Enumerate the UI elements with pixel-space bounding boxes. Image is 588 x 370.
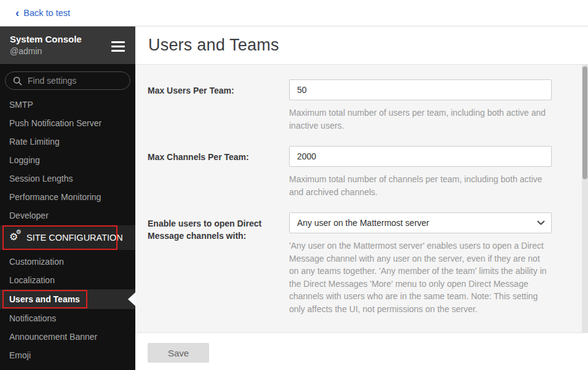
sidebar-item-label: Users and Teams (9, 294, 80, 304)
form-row-max-channels: Max Channels Per Team: Maximum total num… (148, 146, 552, 198)
sidebar-item-session-lengths[interactable]: Session Lengths (0, 169, 135, 188)
hamburger-menu-icon[interactable] (111, 41, 125, 52)
max-channels-label: Max Channels Per Team: (148, 146, 289, 198)
max-channels-input[interactable] (289, 146, 552, 167)
sidebar-item-localization[interactable]: Localization (0, 271, 135, 289)
form-row-max-users: Max Users Per Team: Maximum total number… (148, 79, 552, 132)
console-title: System Console (10, 33, 125, 46)
search-area (0, 64, 135, 95)
search-input[interactable] (28, 76, 122, 86)
sidebar-item-users-and-teams[interactable]: Users and Teams (0, 289, 135, 309)
max-users-help-text: Maximum total number of users per team, … (289, 107, 552, 132)
panel-footer: Save (135, 333, 588, 363)
topbar: ‹ Back to test (0, 0, 588, 26)
search-box[interactable] (5, 71, 130, 90)
form-row-direct-message: Enable users to open Direct Message chan… (148, 212, 552, 315)
back-chevron-icon: ‹ (15, 7, 19, 18)
main-content: Users and Teams Max Users Per Team: Maxi… (135, 26, 588, 370)
sidebar-nav: SMTP Push Notification Server Rate Limit… (0, 95, 135, 364)
sidebar-item-developer[interactable]: Developer (0, 206, 135, 225)
active-item-caret (128, 292, 135, 306)
sidebar-item-customization[interactable]: Customization (0, 252, 135, 271)
save-button[interactable]: Save (148, 343, 209, 363)
sidebar-category-site-configuration[interactable]: ⚙ ⚙ SITE CONFIGURATION (0, 225, 135, 250)
back-link[interactable]: ‹ Back to test (15, 8, 70, 18)
content-header: Users and Teams (135, 26, 588, 64)
sidebar-item-announcement-banner[interactable]: Announcement Banner (0, 328, 135, 346)
admin-username: @admin (10, 46, 125, 57)
back-link-label: Back to test (23, 8, 70, 18)
max-users-input[interactable] (289, 79, 552, 100)
sidebar: System Console @admin SMTP Push Notifica… (0, 26, 135, 370)
sidebar-item-notifications[interactable]: Notifications (0, 309, 135, 328)
sidebar-item-logging[interactable]: Logging (0, 151, 135, 169)
sidebar-header: System Console @admin (0, 26, 135, 64)
direct-message-select[interactable]: Any user on the Mattermost server (289, 212, 552, 233)
sidebar-item-smtp[interactable]: SMTP (0, 95, 135, 114)
direct-message-help-text: 'Any user on the Mattermost server' enab… (289, 239, 552, 315)
scrollbar-track[interactable] (582, 65, 588, 333)
scrollbar-thumb[interactable] (582, 66, 587, 179)
max-users-label: Max Users Per Team: (148, 79, 289, 132)
settings-panel: Max Users Per Team: Maximum total number… (135, 64, 588, 333)
sidebar-item-rate-limiting[interactable]: Rate Limiting (0, 132, 135, 151)
sidebar-category-label: SITE CONFIGURATION (26, 233, 123, 243)
search-icon (13, 76, 22, 86)
sidebar-item-push-notification-server[interactable]: Push Notification Server (0, 114, 135, 132)
max-channels-help-text: Maximum total number of channels per tea… (289, 173, 552, 198)
page-title: Users and Teams (148, 36, 279, 55)
sidebar-item-performance-monitoring[interactable]: Performance Monitoring (0, 188, 135, 206)
direct-message-label: Enable users to open Direct Message chan… (148, 212, 289, 315)
gears-icon: ⚙ ⚙ (9, 232, 24, 243)
sidebar-item-emoji[interactable]: Emoji (0, 346, 135, 364)
